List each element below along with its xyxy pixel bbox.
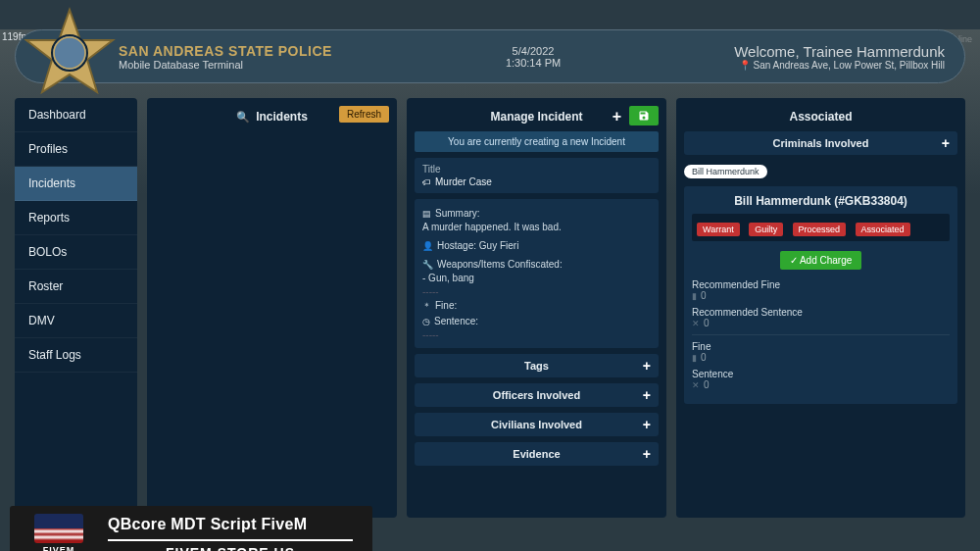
rec-sentence-label: Recommended Sentence	[692, 307, 950, 318]
app-title: SAN ANDREAS STATE POLICE	[119, 43, 332, 59]
pin-icon: 📍	[739, 60, 751, 71]
criminal-name: Bill Hammerdunk (#GKB33804)	[692, 194, 950, 208]
fivem-logo: FIVEM	[20, 514, 98, 551]
add-tag-button[interactable]: +	[643, 358, 651, 374]
watermark-title: QBcore MDT Script FiveM	[108, 516, 353, 541]
title-label: Title	[422, 164, 651, 175]
document-icon: ▤	[422, 209, 431, 219]
header-time: 1:30:14 PM	[332, 57, 734, 69]
status-row: Warrant Guilty Processed Associated	[692, 214, 950, 241]
sentence-label: Sentence	[692, 369, 950, 379]
add-criminal-button[interactable]: +	[942, 135, 950, 151]
police-badge-icon	[21, 6, 119, 104]
status-warrant[interactable]: Warrant	[697, 223, 740, 236]
sidebar-item-dmv[interactable]: DMV	[15, 304, 137, 338]
fine-value[interactable]: ▮0	[692, 352, 950, 363]
title-value: Murder Case	[435, 176, 492, 187]
welcome-user: Welcome, Trainee Hammerdunk	[734, 43, 945, 60]
status-guilty[interactable]: Guilty	[749, 223, 783, 236]
svg-point-1	[52, 35, 87, 71]
sidebar-item-profiles[interactable]: Profiles	[15, 132, 137, 167]
rec-sentence-value: ✕0	[692, 318, 950, 328]
criminal-chip[interactable]: Bill Hammerdunk	[684, 165, 767, 178]
sidebar-item-reports[interactable]: Reports	[15, 201, 137, 235]
header-bar: SAN ANDREAS STATE POLICE Mobile Database…	[15, 29, 965, 83]
save-button[interactable]	[629, 106, 659, 125]
sidebar: Dashboard Profiles Incidents Reports BOL…	[15, 98, 137, 518]
clock-icon: ◷	[422, 317, 430, 326]
creating-notice: You are currently creating a new Inciden…	[415, 131, 659, 152]
sentence-value[interactable]: ✕0	[692, 379, 950, 390]
rec-fine-label: Recommended Fine	[692, 279, 950, 290]
officers-section[interactable]: Officers Involved+	[415, 383, 659, 407]
tag-icon: 🏷	[422, 177, 431, 187]
summary-field[interactable]: ▤Summary: A murder happened. It was bad.…	[415, 199, 659, 348]
tags-section[interactable]: Tags+	[415, 354, 659, 377]
manage-panel: Manage Incident + You are currently crea…	[407, 98, 666, 518]
watermark-sub: FIVEM STORE.US	[108, 545, 353, 551]
fine-label: Fine	[692, 341, 950, 352]
criminals-section: Criminals Involved+	[684, 131, 957, 155]
status-associated[interactable]: Associated	[856, 223, 910, 236]
refresh-button[interactable]: Refresh	[339, 106, 389, 123]
associated-title: Associated	[789, 110, 852, 124]
search-icon: 🔍	[236, 111, 250, 124]
wrench-icon: 🔧	[422, 260, 433, 270]
sidebar-item-bolos[interactable]: BOLOs	[15, 235, 137, 270]
header-date: 5/4/2022	[332, 45, 734, 57]
divider	[692, 334, 950, 335]
associated-panel: Associated Criminals Involved+ Bill Hamm…	[676, 98, 965, 518]
civilians-section[interactable]: Civilians Involved+	[415, 413, 659, 436]
rec-fine-value: ▮0	[692, 290, 950, 301]
sidebar-item-roster[interactable]: Roster	[15, 270, 137, 304]
watermark-overlay: FIVEM QBcore MDT Script FiveM FIVEM STOR…	[10, 506, 372, 551]
incidents-panel: 🔍 Incidents Refresh	[147, 98, 397, 518]
add-evidence-button[interactable]: +	[643, 446, 651, 462]
criminal-card: Bill Hammerdunk (#GKB33804) Warrant Guil…	[684, 186, 957, 404]
title-field[interactable]: Title 🏷Murder Case	[415, 158, 659, 193]
status-processed[interactable]: Processed	[793, 223, 847, 236]
sidebar-item-stafflogs[interactable]: Staff Logs	[15, 338, 137, 373]
summary-line: A murder happened. It was bad.	[422, 222, 651, 232]
summary-label: Summary:	[435, 208, 480, 219]
money-icon: ＊	[422, 301, 431, 311]
add-civilian-button[interactable]: +	[643, 417, 651, 432]
person-icon: 👤	[422, 241, 433, 251]
header-location: 📍San Andreas Ave, Low Power St, Pillbox …	[734, 60, 945, 71]
evidence-section[interactable]: Evidence+	[415, 442, 659, 466]
sidebar-item-incidents[interactable]: Incidents	[15, 167, 137, 201]
new-incident-button[interactable]: +	[612, 108, 621, 125]
save-icon	[638, 110, 650, 122]
incidents-title: Incidents	[256, 110, 308, 124]
add-charge-button[interactable]: Add Charge	[780, 251, 862, 270]
manage-title: Manage Incident	[490, 110, 582, 124]
app-subtitle: Mobile Database Terminal	[119, 59, 332, 71]
add-officer-button[interactable]: +	[643, 387, 651, 403]
